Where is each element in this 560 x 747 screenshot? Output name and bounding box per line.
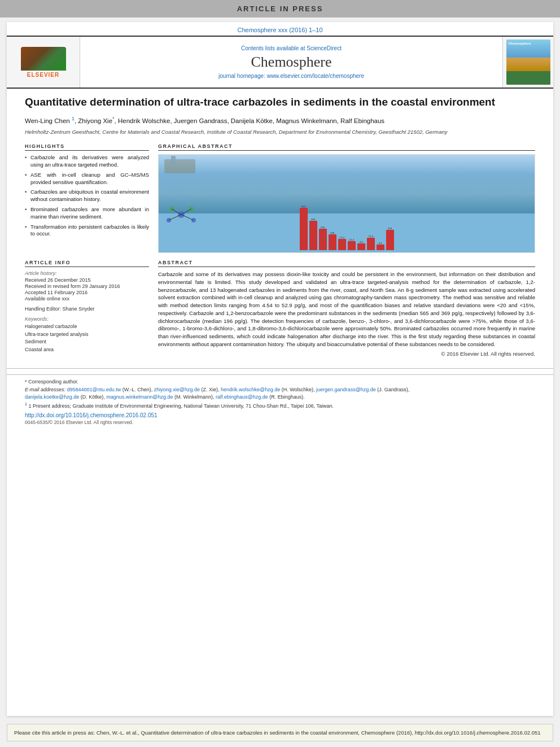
keyword-1: Halogenated carbazole <box>25 323 149 331</box>
emails-label: E-mail addresses: <box>25 387 65 392</box>
doi-text: http://dx.doi.org/10.1016/j.chemosphere.… <box>25 412 158 418</box>
graphical-abstract-label: GRAPHICAL ABSTRACT <box>158 143 535 151</box>
information-word: information <box>449 271 475 277</box>
article-info-abstract-section: ARTICLE INFO Article history: Received 2… <box>25 260 535 358</box>
elsevier-tree-image <box>21 47 66 71</box>
corresponding-text: * Corresponding author. <box>25 379 78 385</box>
abstract-column: ABSTRACT Carbazole and some of its deriv… <box>158 260 535 358</box>
email-2-person: (Z. Xie), <box>202 387 221 392</box>
contents-link[interactable]: ScienceDirect <box>307 45 342 51</box>
email-6-person: (M. Winkelmann), <box>174 394 216 400</box>
journal-center: Contents lists available at ScienceDirec… <box>80 37 502 88</box>
online-date: Available online xxx <box>25 296 149 302</box>
email-2[interactable]: zhiyong.xie@hzg.de <box>154 387 200 392</box>
keyword-2: Ultra-trace targeted analysis <box>25 331 149 339</box>
footer-notes: * Corresponding author. E-mail addresses… <box>7 374 553 429</box>
journal-cover-image: Chemosphere <box>506 40 550 85</box>
highlight-item-5: Transformation into persistent carbazole… <box>25 224 149 238</box>
elsevier-brand-text: ELSEVIER <box>27 72 59 78</box>
doi-line[interactable]: http://dx.doi.org/10.1016/j.chemosphere.… <box>25 412 535 418</box>
email-3[interactable]: hendrik.wolschke@hzg.de <box>221 387 280 392</box>
accepted-date: Accepted 11 February 2016 <box>25 290 149 295</box>
highlights-label: HIGHLIGHTS <box>25 143 149 151</box>
highlight-item-2: ASE with in-cell cleanup and GC–MS/MS pr… <box>25 172 149 186</box>
journal-ref: Chemosphere xxx (2016) 1–10 <box>7 22 553 36</box>
paper-content: Chemosphere xxx (2016) 1–10 ELSEVIER Con… <box>7 22 553 716</box>
graphical-abstract-column: GRAPHICAL ABSTRACT <box>158 143 535 253</box>
article-in-press-banner: ARTICLE IN PRESS <box>0 0 560 18</box>
page-wrapper: ARTICLE IN PRESS Chemosphere xxx (2016) … <box>0 0 560 747</box>
handling-editor: Handling Editor: Shane Snyder <box>25 306 149 312</box>
keywords-label: Keywords: <box>25 316 149 322</box>
highlight-item-1: Carbazole and its derivatives were analy… <box>25 154 149 169</box>
issn-text: 0045-6535/© 2016 Elsevier Ltd. All right… <box>25 420 535 425</box>
received-date: Received 26 December 2015 <box>25 277 149 283</box>
graphical-abstract-image: 565 369 256 <box>158 154 535 253</box>
contents-label: Contents lists available at <box>241 45 305 51</box>
keyword-3: Sediment <box>25 338 149 346</box>
article-history: Article history: Received 26 December 20… <box>25 270 149 302</box>
highlights-graphical-section: HIGHLIGHTS Carbazole and its derivatives… <box>25 143 535 253</box>
email-3-person: (H. Wolschke), <box>282 387 316 392</box>
article-info-label: ARTICLE INFO <box>25 260 149 267</box>
email-6[interactable]: magnus.winkelmann@hzg.de <box>106 394 173 400</box>
graphical-abstract-bars: 565 369 256 <box>159 205 535 252</box>
copyright-notice: © 2016 Elsevier Ltd. All rights reserved… <box>158 351 535 357</box>
journal-thumbnail: Chemosphere <box>502 37 553 88</box>
revised-date: Received in revised form 29 January 2016 <box>25 283 149 289</box>
journal-header: ELSEVIER Contents lists available at Sci… <box>7 36 553 89</box>
abstract-text: Carbazole and some of its derivatives ma… <box>158 270 535 348</box>
article-info-column: ARTICLE INFO Article history: Received 2… <box>25 260 149 358</box>
email-7[interactable]: ralf.ebinghaus@hzg.de <box>216 394 268 400</box>
email-5-person: (D. Kötke), <box>81 394 107 400</box>
history-label: Article history: <box>25 270 149 276</box>
highlights-column: HIGHLIGHTS Carbazole and its derivatives… <box>25 143 149 253</box>
affiliation: Helmholtz-Zentrum Geesthacht, Centre for… <box>25 128 535 136</box>
article-body: Quantitative determination of ultra-trac… <box>7 89 553 362</box>
email-1[interactable]: d95844001@ntu.edu.tw <box>67 387 121 392</box>
email-5[interactable]: danijela.koetke@hzg.de <box>25 394 79 400</box>
email-4-person: (J. Gandrass), <box>377 387 409 392</box>
affiliation1-text: 1 Present address; Graduate Institute of… <box>28 403 334 409</box>
email-7-person: (R. Ebinghaus). <box>269 394 305 400</box>
journal-homepage: journal homepage: www.elsevier.com/locat… <box>218 73 364 79</box>
keyword-4: Coastal area <box>25 346 149 354</box>
authors-line: Wen-Ling Chen 1, Zhiyong Xie*, Hendrik W… <box>25 115 535 126</box>
contents-line: Contents lists available at ScienceDirec… <box>241 45 342 51</box>
homepage-link[interactable]: www.elsevier.com/locate/chemosphere <box>267 73 364 79</box>
journal-title: Chemosphere <box>251 54 332 71</box>
banner-text: ARTICLE IN PRESS <box>237 5 323 13</box>
email-addresses-note: E-mail addresses: d95844001@ntu.edu.tw (… <box>25 386 535 401</box>
citation-text: Please cite this article in press as: Ch… <box>14 729 541 736</box>
email-4[interactable]: juergen.gandrass@hzg.de <box>316 387 376 392</box>
homepage-label: journal homepage: <box>218 73 265 79</box>
affiliation-footnote: 1 1 Present address; Graduate Institute … <box>25 401 535 410</box>
email-1-person: (W.-L. Chen), <box>123 387 154 392</box>
footer-divider <box>7 368 553 369</box>
citation-box: Please cite this article in press as: Ch… <box>7 724 553 741</box>
highlight-item-3: Carbazoles are ubiquitous in coastal env… <box>25 189 149 203</box>
highlight-item-4: Brominated carbazoles are more abundant … <box>25 206 149 221</box>
abstract-label: ABSTRACT <box>158 260 535 267</box>
corresponding-author-note: * Corresponding author. <box>25 378 535 386</box>
article-title: Quantitative determination of ultra-trac… <box>25 95 535 110</box>
keywords-block: Keywords: Halogenated carbazole Ultra-tr… <box>25 316 149 353</box>
journal-ref-text: Chemosphere xxx (2016) 1–10 <box>237 27 322 33</box>
elsevier-logo: ELSEVIER <box>7 37 80 88</box>
